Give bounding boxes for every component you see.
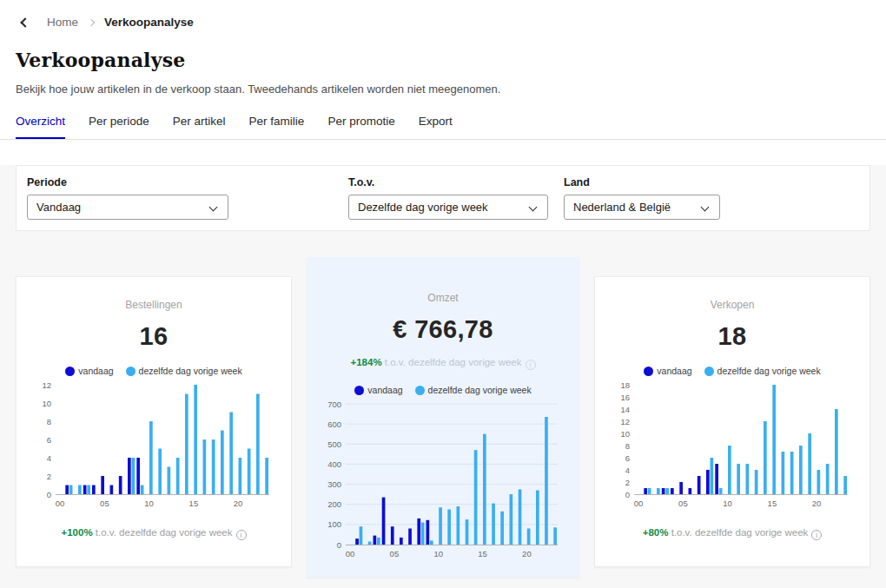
svg-text:200: 200 <box>327 499 341 509</box>
svg-text:20: 20 <box>522 549 532 558</box>
svg-text:15: 15 <box>478 549 487 558</box>
periode-select[interactable]: Vandaag <box>27 195 228 220</box>
svg-text:6: 6 <box>47 435 51 445</box>
legend-item-vorige-week[interactable]: dezelfde dag vorige week <box>126 366 242 376</box>
svg-text:100: 100 <box>327 519 341 529</box>
delta-value: +100% <box>61 527 92 538</box>
tab-export[interactable]: Export <box>419 115 453 139</box>
legend-dot-today <box>644 367 653 376</box>
land-select[interactable]: Nederland & België <box>564 195 720 220</box>
svg-text:8: 8 <box>625 441 630 451</box>
legend-item-vorige-week[interactable]: dezelfde dag vorige week <box>415 385 532 395</box>
tab-bar: Overzicht Per periode Per artikel Per fa… <box>16 115 870 139</box>
svg-text:10: 10 <box>723 499 732 508</box>
svg-text:10: 10 <box>144 499 154 508</box>
chart-legend: vandaag dezelfde dag vorige week <box>30 366 277 376</box>
periode-select-value: Vandaag <box>36 201 81 214</box>
breadcrumb: Home Verkoopanalyse <box>16 0 870 30</box>
svg-text:00: 00 <box>346 549 355 558</box>
delta-suffix: t.o.v. dezelfde dag vorige week <box>385 357 522 367</box>
filter-land-label: Land <box>564 176 720 188</box>
legend-item-vandaag[interactable]: vandaag <box>65 366 113 376</box>
card-value: € 766,78 <box>321 315 565 344</box>
tov-select-value: Dezelfde dag vorige week <box>358 201 488 214</box>
legend-dot-lastweek <box>415 386 425 395</box>
svg-text:6: 6 <box>625 453 630 463</box>
svg-text:400: 400 <box>327 459 341 469</box>
tab-per-periode[interactable]: Per periode <box>89 115 149 139</box>
svg-text:10: 10 <box>620 429 630 439</box>
delta-value: +80% <box>643 527 669 538</box>
svg-text:600: 600 <box>327 420 341 429</box>
svg-text:4: 4 <box>625 466 630 475</box>
svg-text:2: 2 <box>625 478 630 487</box>
delta-suffix: t.o.v. dezelfde dag vorige week <box>96 527 233 538</box>
card-value: 16 <box>30 322 277 351</box>
card-value: 18 <box>609 322 856 351</box>
card-title: Omzet <box>321 292 565 304</box>
svg-text:16: 16 <box>620 393 630 402</box>
legend-label: vandaag <box>78 366 113 376</box>
filter-tov-label: T.o.v. <box>348 176 548 188</box>
svg-text:10: 10 <box>434 549 444 558</box>
chevron-down-icon <box>209 203 218 212</box>
breadcrumb-home-link[interactable]: Home <box>47 16 78 29</box>
info-icon[interactable]: i <box>526 360 536 370</box>
legend-label: dezelfde dag vorige week <box>717 366 821 376</box>
legend-label: vandaag <box>657 366 691 376</box>
back-button[interactable] <box>16 15 31 30</box>
info-icon[interactable]: i <box>236 530 247 540</box>
breadcrumb-current: Verkoopanalyse <box>104 16 194 29</box>
page-subtitle: Bekijk hoe jouw artikelen in de verkoop … <box>16 83 870 96</box>
svg-text:700: 700 <box>327 400 341 409</box>
bar-chart-svg: 0246810120005101520 <box>31 380 276 512</box>
filter-land: Land Nederland & België <box>564 176 720 220</box>
svg-text:4: 4 <box>47 453 51 463</box>
chevron-down-icon <box>701 203 710 212</box>
legend-label: vandaag <box>367 385 402 395</box>
legend-dot-today <box>354 386 364 395</box>
bar-chart-omzet: 01002003004005006007000005101520 <box>321 399 565 565</box>
legend-item-vorige-week[interactable]: dezelfde dag vorige week <box>704 366 821 376</box>
legend-label: dezelfde dag vorige week <box>428 385 532 395</box>
svg-text:15: 15 <box>768 499 777 508</box>
tov-select[interactable]: Dezelfde dag vorige week <box>348 195 548 220</box>
svg-text:10: 10 <box>42 399 51 408</box>
card-delta-row: +100% t.o.v. dezelfde dag vorige weeki <box>30 527 277 540</box>
filter-periode: Periode Vandaag <box>27 176 228 220</box>
card-bestellingen: Bestellingen 16 vandaag dezelfde dag vor… <box>16 276 292 567</box>
info-icon[interactable]: i <box>811 530 822 540</box>
svg-text:2: 2 <box>47 472 51 481</box>
svg-text:0: 0 <box>337 540 341 550</box>
page-header: Home Verkoopanalyse Verkoopanalyse Bekij… <box>0 0 886 139</box>
svg-text:12: 12 <box>42 380 51 390</box>
bar-chart-verkopen: 0246810121416180005101520 <box>609 380 856 515</box>
chart-legend: vandaag dezelfde dag vorige week <box>609 366 856 376</box>
card-verkopen: Verkopen 18 vandaag dezelfde dag vorige … <box>594 276 870 567</box>
filter-tov: T.o.v. Dezelfde dag vorige week <box>348 176 548 220</box>
chevron-right-icon <box>88 18 95 25</box>
chevron-down-icon <box>529 203 538 212</box>
svg-text:20: 20 <box>234 499 243 508</box>
legend-dot-today <box>65 367 75 376</box>
legend-item-vandaag[interactable]: vandaag <box>354 385 402 395</box>
filter-bar: Periode Vandaag T.o.v. Dezelfde dag vori… <box>16 165 870 231</box>
tabs-divider <box>0 139 886 140</box>
tab-overzicht[interactable]: Overzicht <box>16 115 65 139</box>
legend-label: dezelfde dag vorige week <box>139 366 242 376</box>
bar-chart-bestellingen: 0246810120005101520 <box>30 380 277 515</box>
legend-dot-lastweek <box>126 367 136 376</box>
kpi-cards-row: Bestellingen 16 vandaag dezelfde dag vor… <box>16 257 870 578</box>
svg-text:05: 05 <box>390 549 400 558</box>
svg-text:0: 0 <box>625 490 630 499</box>
tab-per-familie[interactable]: Per familie <box>249 115 305 139</box>
card-delta-row: +184% t.o.v. dezelfde dag vorige weeki <box>321 357 565 370</box>
svg-text:12: 12 <box>620 417 630 426</box>
legend-dot-lastweek <box>704 367 714 376</box>
tab-per-artikel[interactable]: Per artikel <box>173 115 226 139</box>
tab-per-promotie[interactable]: Per promotie <box>327 115 394 139</box>
chart-legend: vandaag dezelfde dag vorige week <box>321 385 565 395</box>
legend-item-vandaag[interactable]: vandaag <box>644 366 691 376</box>
svg-text:20: 20 <box>812 499 822 508</box>
svg-text:500: 500 <box>327 439 341 449</box>
